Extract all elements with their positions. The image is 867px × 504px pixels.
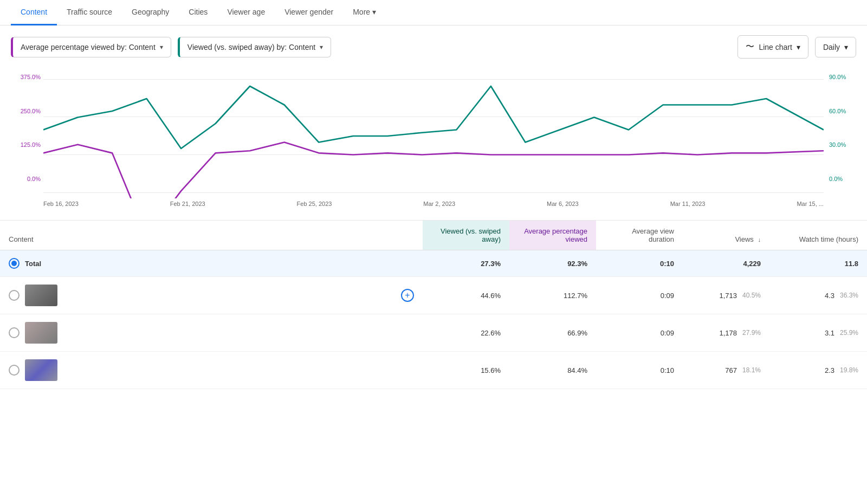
- data-table: Content Viewed (vs. swiped away) Average…: [0, 221, 867, 389]
- chevron-down-icon: ▾: [160, 43, 163, 51]
- toolbar: Average percentage viewed by: Content ▾ …: [0, 25, 867, 68]
- row1-content-cell: [0, 277, 392, 314]
- total-radio[interactable]: [9, 258, 20, 269]
- row3-avg-pct: 84.4%: [509, 352, 596, 389]
- chevron-down-icon: ▾: [372, 8, 376, 16]
- total-content-cell: Total: [0, 250, 392, 277]
- row3-radio[interactable]: [9, 365, 20, 376]
- y-right-label-3: 30.0%: [829, 141, 856, 148]
- col-header-add: [392, 221, 423, 250]
- y-left-label-1: 375.0%: [11, 74, 41, 80]
- col-header-viewed: Viewed (vs. swiped away): [423, 221, 509, 250]
- tab-more[interactable]: More ▾: [343, 0, 386, 25]
- row2-avg-duration: 0:09: [596, 314, 683, 352]
- metric1-dropdown[interactable]: Average percentage viewed by: Content ▾: [11, 37, 171, 57]
- row3-thumbnail: [25, 359, 57, 381]
- row3-content-cell: [0, 352, 392, 389]
- purple-line: [43, 143, 824, 199]
- total-row: Total 27.3% 92.3% 0:10 4,229 11.8: [0, 250, 867, 277]
- metric1-label: Average percentage viewed by: Content: [21, 43, 156, 51]
- row3-viewed: 15.6%: [423, 352, 509, 389]
- tab-viewer-gender[interactable]: Viewer gender: [275, 0, 343, 25]
- chart-type-label: Line chart: [759, 43, 792, 51]
- row3-views: 767 18.1%: [683, 352, 769, 389]
- metric2-dropdown[interactable]: Viewed (vs. swiped away) by: Content ▾: [178, 37, 331, 57]
- chevron-down-icon: ▾: [797, 43, 800, 51]
- metric2-label: Viewed (vs. swiped away) by: Content: [187, 43, 315, 51]
- y-left-label-2: 250.0%: [11, 108, 41, 114]
- total-add-cell: [392, 250, 423, 277]
- row1-add-cell: +: [392, 277, 423, 314]
- x-label-3: Feb 25, 2023: [297, 201, 332, 207]
- row3-watch-time: 2.3 19.8%: [769, 352, 867, 389]
- total-views: 4,229: [683, 250, 769, 277]
- total-avg-pct: 92.3%: [509, 250, 596, 277]
- y-right-label-1: 90.0%: [829, 74, 856, 80]
- tab-cities[interactable]: Cities: [179, 0, 217, 25]
- row2-thumbnail: [25, 322, 57, 344]
- x-axis-labels: Feb 16, 2023 Feb 21, 2023 Feb 25, 2023 M…: [43, 198, 824, 207]
- row2-viewed: 22.6%: [423, 314, 509, 352]
- col-header-content: Content: [0, 221, 392, 250]
- y-right-label-2: 60.0%: [829, 108, 856, 114]
- total-watch-time: 11.8: [769, 250, 867, 277]
- row2-avg-pct: 66.9%: [509, 314, 596, 352]
- col-header-watch-time: Watch time (hours): [769, 221, 867, 250]
- y-axis-right: 90.0% 60.0% 30.0% 0.0%: [829, 74, 856, 182]
- table-row: 22.6% 66.9% 0:09 1,178 27.9% 3.1 25.9%: [0, 314, 867, 352]
- period-label: Daily: [823, 43, 840, 51]
- x-label-1: Feb 16, 2023: [43, 201, 79, 207]
- table-row: 15.6% 84.4% 0:10 767 18.1% 2.3 19.8%: [0, 352, 867, 389]
- chevron-down-icon: ▾: [320, 43, 323, 51]
- period-dropdown[interactable]: Daily ▾: [815, 37, 856, 57]
- tab-viewer-age[interactable]: Viewer age: [217, 0, 275, 25]
- x-label-7: Mar 15, ...: [797, 201, 824, 207]
- x-label-6: Mar 11, 2023: [670, 201, 706, 207]
- tab-traffic-source[interactable]: Traffic source: [57, 0, 122, 25]
- row2-content-cell: [0, 314, 392, 352]
- add-to-compare-icon[interactable]: +: [401, 289, 414, 302]
- line-chart-svg: [43, 74, 824, 198]
- row1-avg-pct: 112.7%: [509, 277, 596, 314]
- table-row: + 44.6% 112.7% 0:09 1,713 40.5% 4.3 36.3…: [0, 277, 867, 314]
- x-label-5: Mar 6, 2023: [547, 201, 579, 207]
- row2-watch-time: 3.1 25.9%: [769, 314, 867, 352]
- sort-icon: ↓: [758, 236, 761, 243]
- total-avg-duration: 0:10: [596, 250, 683, 277]
- tab-content[interactable]: Content: [11, 0, 57, 25]
- y-axis-left: 375.0% 250.0% 125.0% 0.0%: [11, 74, 41, 182]
- row1-thumbnail: [25, 285, 57, 306]
- row3-add-cell: [392, 352, 423, 389]
- col-header-avg-pct: Average percentage viewed: [509, 221, 596, 250]
- total-viewed: 27.3%: [423, 250, 509, 277]
- tab-bar: Content Traffic source Geography Cities …: [0, 0, 867, 25]
- line-chart-icon: 〜: [746, 41, 754, 53]
- row3-avg-duration: 0:10: [596, 352, 683, 389]
- y-left-label-3: 125.0%: [11, 141, 41, 148]
- x-label-4: Mar 2, 2023: [423, 201, 455, 207]
- row1-avg-duration: 0:09: [596, 277, 683, 314]
- col-header-views[interactable]: Views ↓: [683, 221, 769, 250]
- row1-viewed: 44.6%: [423, 277, 509, 314]
- y-right-label-4: 0.0%: [829, 176, 856, 182]
- row1-radio[interactable]: [9, 290, 20, 301]
- tab-geography[interactable]: Geography: [122, 0, 179, 25]
- row1-watch-time: 4.3 36.3%: [769, 277, 867, 314]
- teal-line: [43, 86, 824, 148]
- col-header-avg-duration: Average view duration: [596, 221, 683, 250]
- chart-type-dropdown[interactable]: 〜 Line chart ▾: [737, 35, 808, 59]
- row2-add-cell: [392, 314, 423, 352]
- y-left-label-4: 0.0%: [11, 176, 41, 182]
- row2-views: 1,178 27.9%: [683, 314, 769, 352]
- total-label: Total: [25, 260, 41, 268]
- chevron-down-icon: ▾: [844, 43, 848, 51]
- row1-views: 1,713 40.5%: [683, 277, 769, 314]
- x-label-2: Feb 21, 2023: [170, 201, 205, 207]
- chart-area: 375.0% 250.0% 125.0% 0.0% 90.0% 60.0% 30…: [0, 68, 867, 220]
- row2-radio[interactable]: [9, 327, 20, 338]
